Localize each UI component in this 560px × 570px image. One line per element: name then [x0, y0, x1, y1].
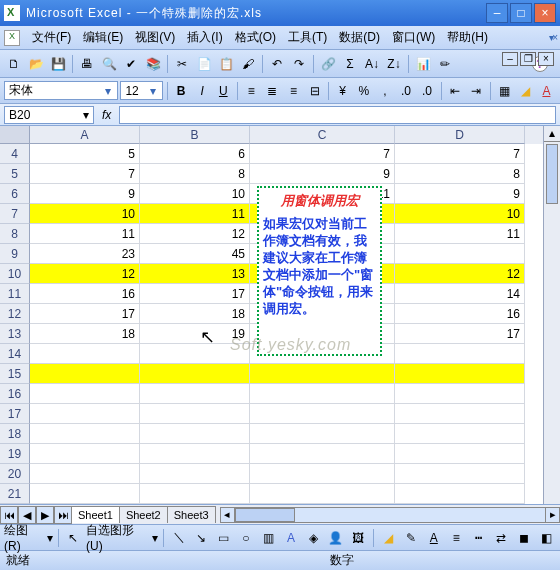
cell[interactable]: 10 [395, 204, 525, 224]
textbox-button[interactable]: ▥ [259, 528, 278, 548]
currency-button[interactable]: ¥ [333, 81, 352, 101]
menu-format[interactable]: 格式(O) [229, 27, 282, 48]
cell[interactable]: 9 [30, 184, 140, 204]
cell[interactable]: 23 [30, 244, 140, 264]
line-button[interactable]: ＼ [169, 528, 188, 548]
line-color-button[interactable]: ✎ [402, 528, 421, 548]
textbox-shape[interactable]: 用窗体调用宏 如果宏仅对当前工作簿文档有效，我建议大家在工作簿文档中添加一个"窗… [257, 186, 382, 356]
cell[interactable] [140, 404, 250, 424]
select-all-corner[interactable] [0, 126, 30, 144]
bold-button[interactable]: B [172, 81, 191, 101]
tab-next-button[interactable]: ▶ [36, 506, 54, 524]
cell[interactable]: 45 [140, 244, 250, 264]
decrease-decimal-button[interactable]: .0 [417, 81, 436, 101]
scroll-thumb[interactable] [546, 144, 558, 204]
fx-label[interactable]: fx [102, 108, 111, 122]
cell[interactable] [30, 384, 140, 404]
menu-insert[interactable]: 插入(I) [181, 27, 228, 48]
cell[interactable] [250, 424, 395, 444]
font-size-combo[interactable]: 12 ▾ [120, 81, 162, 100]
cell[interactable]: 18 [140, 304, 250, 324]
cell[interactable]: 10 [140, 184, 250, 204]
cell[interactable] [30, 364, 140, 384]
cell[interactable]: 11 [395, 224, 525, 244]
column-header[interactable]: B [140, 126, 250, 144]
line-style-button[interactable]: ≡ [447, 528, 466, 548]
comma-button[interactable]: , [375, 81, 394, 101]
autosum-button[interactable]: Σ [340, 54, 360, 74]
maximize-button[interactable]: □ [510, 3, 532, 23]
row-header[interactable]: 5 [0, 164, 30, 184]
menu-overflow-icon[interactable]: ▾× [549, 32, 556, 43]
spell-button[interactable]: ✔ [121, 54, 141, 74]
decrease-indent-button[interactable]: ⇤ [446, 81, 465, 101]
print-button[interactable]: 🖶 [77, 54, 97, 74]
tab-first-button[interactable]: ⏮ [0, 506, 18, 524]
row-header[interactable]: 7 [0, 204, 30, 224]
row-header[interactable]: 20 [0, 464, 30, 484]
align-left-button[interactable]: ≡ [242, 81, 261, 101]
column-header[interactable]: C [250, 126, 395, 144]
menu-view[interactable]: 视图(V) [129, 27, 181, 48]
menu-window[interactable]: 窗口(W) [386, 27, 441, 48]
row-header[interactable]: 11 [0, 284, 30, 304]
row-header[interactable]: 15 [0, 364, 30, 384]
arrow-button[interactable]: ↘ [191, 528, 210, 548]
cell[interactable]: 6 [140, 144, 250, 164]
cell[interactable]: 8 [395, 164, 525, 184]
cell[interactable] [140, 424, 250, 444]
chart-button[interactable]: 📊 [413, 54, 433, 74]
dash-style-button[interactable]: ┅ [469, 528, 488, 548]
cell[interactable]: 9 [250, 164, 395, 184]
cell[interactable] [30, 344, 140, 364]
percent-button[interactable]: % [354, 81, 373, 101]
row-header[interactable]: 13 [0, 324, 30, 344]
drawing-button[interactable]: ✏ [435, 54, 455, 74]
scroll-thumb[interactable] [235, 508, 295, 522]
underline-button[interactable]: U [214, 81, 233, 101]
cell[interactable]: 17 [30, 304, 140, 324]
minimize-button[interactable]: – [486, 3, 508, 23]
cell[interactable]: 17 [140, 284, 250, 304]
redo-button[interactable]: ↷ [289, 54, 309, 74]
cell[interactable] [30, 404, 140, 424]
cell[interactable] [395, 344, 525, 364]
cell[interactable]: 16 [30, 284, 140, 304]
cell[interactable] [140, 384, 250, 404]
hyperlink-button[interactable]: 🔗 [318, 54, 338, 74]
cell[interactable] [140, 444, 250, 464]
undo-button[interactable]: ↶ [267, 54, 287, 74]
cell[interactable]: 8 [140, 164, 250, 184]
cell[interactable] [250, 444, 395, 464]
row-header[interactable]: 8 [0, 224, 30, 244]
cell[interactable] [395, 404, 525, 424]
font-color-button[interactable]: A [537, 81, 556, 101]
sheet-tab-2[interactable]: Sheet2 [119, 506, 168, 523]
cell[interactable]: 18 [30, 324, 140, 344]
menu-edit[interactable]: 编辑(E) [77, 27, 129, 48]
oval-button[interactable]: ○ [236, 528, 255, 548]
diagram-button[interactable]: ◈ [304, 528, 323, 548]
column-header[interactable]: A [30, 126, 140, 144]
autoshapes-menu[interactable]: 自选图形(U) [86, 522, 149, 553]
row-header[interactable]: 19 [0, 444, 30, 464]
cell[interactable] [250, 484, 395, 504]
tab-last-button[interactable]: ⏭ [54, 506, 72, 524]
menu-file[interactable]: 文件(F) [26, 27, 77, 48]
clipart-button[interactable]: 👤 [326, 528, 345, 548]
cell[interactable] [250, 364, 395, 384]
cell[interactable] [140, 464, 250, 484]
doc-restore-button[interactable]: ❐ [520, 52, 536, 66]
cell[interactable]: 11 [140, 204, 250, 224]
cell[interactable] [395, 464, 525, 484]
3d-button[interactable]: ◧ [536, 528, 555, 548]
font-name-combo[interactable]: 宋体 ▾ [4, 81, 118, 100]
shadow-button[interactable]: ◼ [514, 528, 533, 548]
format-painter-button[interactable]: 🖌 [238, 54, 258, 74]
sort-desc-button[interactable]: Z↓ [384, 54, 404, 74]
picture-button[interactable]: 🖼 [349, 528, 368, 548]
scroll-up-button[interactable]: ▴ [544, 126, 560, 142]
cell[interactable]: 12 [395, 264, 525, 284]
italic-button[interactable]: I [193, 81, 212, 101]
row-header[interactable]: 17 [0, 404, 30, 424]
